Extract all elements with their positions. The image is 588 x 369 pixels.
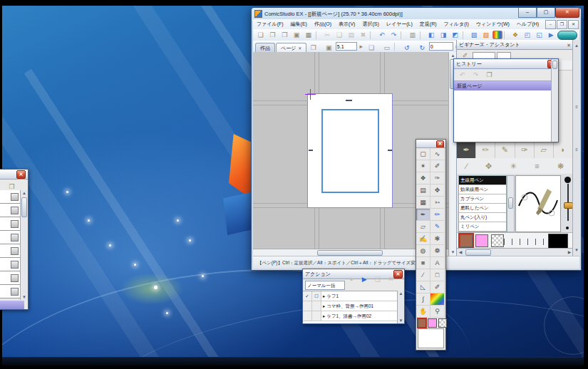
scroll-down-icon[interactable]: ▼ bbox=[21, 294, 28, 300]
play-action-button[interactable]: ▶ bbox=[359, 274, 369, 285]
lines-subtool[interactable]: ≡ bbox=[535, 162, 539, 170]
pen-preset-item[interactable]: カブラペン bbox=[459, 194, 506, 204]
scroll-thumb[interactable] bbox=[317, 250, 383, 256]
scroll-left-icon[interactable]: ◀ bbox=[458, 249, 463, 255]
close-page-tab-icon[interactable]: ✕ bbox=[298, 46, 301, 51]
rotation-angle-field[interactable] bbox=[429, 42, 453, 51]
taskbar[interactable] bbox=[2, 357, 584, 365]
pen-tool[interactable]: ✒ bbox=[416, 209, 430, 221]
toolbar-button[interactable] bbox=[370, 31, 375, 40]
ink-tab[interactable]: ◗ bbox=[554, 141, 573, 158]
toolbar-button[interactable] bbox=[401, 31, 406, 40]
mdi-restore-button[interactable]: ❐ bbox=[557, 20, 567, 29]
scroll-up-icon[interactable]: ▲ bbox=[398, 291, 404, 296]
pen-tab[interactable]: ✒ bbox=[457, 141, 476, 158]
menu-item[interactable]: 選択(S) bbox=[359, 19, 382, 29]
preset-scrollbar[interactable] bbox=[507, 175, 515, 232]
main-color-swatch[interactable] bbox=[418, 318, 426, 328]
tab-page[interactable]: ページ✕ bbox=[276, 43, 306, 53]
menu-item[interactable]: 表示(V) bbox=[335, 19, 359, 29]
close-button[interactable]: ✕ bbox=[555, 8, 579, 18]
action-row[interactable]: ✓ ▢ ▸ ラフ1 bbox=[303, 291, 398, 301]
scroll-thumb[interactable] bbox=[508, 197, 513, 209]
close-icon[interactable]: ✕ bbox=[16, 170, 26, 179]
airbrush-tool[interactable]: ❃ bbox=[430, 233, 445, 245]
redo-history-button[interactable]: ↷ bbox=[470, 70, 482, 80]
page-editor-button[interactable]: ◱ bbox=[534, 30, 545, 41]
panel-button[interactable]: ▨ bbox=[480, 30, 492, 41]
tab-story[interactable]: 作品 bbox=[255, 43, 275, 53]
transform-subtool[interactable]: ❋ bbox=[557, 162, 564, 171]
shape-tool[interactable]: □ bbox=[430, 269, 445, 281]
hand-tool[interactable]: ✋ bbox=[416, 306, 430, 318]
menu-item[interactable]: フィルタ(I) bbox=[440, 19, 473, 29]
spray-subtool[interactable]: ✳ bbox=[510, 162, 517, 171]
magic-wand-tool[interactable]: ✶ bbox=[416, 160, 430, 172]
toolbar-button[interactable] bbox=[316, 31, 321, 40]
tone-tool[interactable]: ■ bbox=[416, 257, 430, 269]
mdi-minimize-button[interactable]: – bbox=[545, 20, 556, 29]
material-row[interactable] bbox=[0, 231, 20, 244]
scroll-thumb[interactable] bbox=[21, 197, 27, 217]
action-dialog-toggle[interactable] bbox=[312, 301, 321, 311]
new-action-button[interactable]: ❏ bbox=[373, 274, 383, 285]
page-list-button[interactable]: ◩ bbox=[450, 30, 461, 41]
materials-scrollbar[interactable]: ▲ ▼ bbox=[20, 190, 28, 300]
action-checkbox[interactable] bbox=[303, 301, 312, 311]
menu-item[interactable]: 作品(O) bbox=[311, 19, 335, 29]
move-subtool[interactable]: ✥ bbox=[485, 162, 492, 171]
brush-tab[interactable]: ✑ bbox=[515, 141, 535, 158]
pen-preset-item[interactable]: 丸ペン(入り) bbox=[459, 213, 506, 222]
dock-collapse-icon[interactable]: ▲ bbox=[573, 43, 580, 48]
material-row[interactable] bbox=[0, 258, 20, 271]
action-label[interactable]: ▸ ラフ1 bbox=[321, 291, 398, 301]
save-button[interactable]: ▣ bbox=[291, 30, 302, 41]
action-row[interactable]: ▸ ラフ1、清書→作画02 bbox=[303, 311, 398, 321]
material-row[interactable] bbox=[0, 204, 20, 217]
scroll-up-icon[interactable]: ▲ bbox=[21, 190, 28, 196]
copy-button[interactable]: ❑ bbox=[334, 30, 345, 41]
main-color-swatch[interactable] bbox=[460, 234, 473, 247]
assistant-titlebar[interactable]: ビギナーズ・アシスタント ✕ bbox=[457, 40, 573, 50]
selection-pen-tool[interactable]: ✐ bbox=[430, 160, 445, 172]
zoom-dropdown-icon[interactable]: ▸ bbox=[358, 41, 365, 52]
material-row[interactable] bbox=[0, 217, 20, 231]
print-button[interactable]: ▥ bbox=[407, 30, 418, 41]
material-row[interactable] bbox=[0, 271, 20, 285]
open-button[interactable]: ❒ bbox=[279, 30, 291, 41]
close-icon[interactable]: ✕ bbox=[436, 140, 444, 148]
toolbar-button[interactable] bbox=[504, 31, 509, 40]
zoom-tool[interactable]: ⚲ bbox=[430, 306, 445, 318]
pen-touch-tool[interactable]: ✑ bbox=[430, 172, 445, 184]
paste-button[interactable]: ▤ bbox=[346, 30, 357, 41]
toolbar-button[interactable] bbox=[463, 31, 468, 40]
action-scrollbar[interactable]: ▲ ▼ bbox=[397, 291, 404, 323]
maximize-button[interactable]: ▢ bbox=[537, 8, 555, 18]
toolbar-button[interactable] bbox=[420, 31, 425, 40]
layout-button[interactable]: ▧ bbox=[468, 30, 480, 41]
eraser-tool[interactable]: ▱ bbox=[416, 221, 430, 233]
marker-tool[interactable]: ✎ bbox=[430, 221, 445, 233]
material-row-button[interactable] bbox=[11, 261, 19, 269]
menu-item[interactable]: ヘルプ(H) bbox=[513, 19, 542, 29]
menu-item[interactable]: レイヤー(L) bbox=[383, 19, 416, 29]
close-icon[interactable]: ✕ bbox=[567, 41, 571, 50]
pencil-tool[interactable]: ✏ bbox=[430, 209, 445, 221]
join-line-tool[interactable]: ∫ bbox=[416, 293, 430, 306]
undo-history-button[interactable]: ↶ bbox=[456, 70, 468, 80]
action-row[interactable]: ▸ コマ枠、背景→作画01 bbox=[303, 301, 398, 311]
preview-button[interactable]: ▶ bbox=[545, 30, 557, 41]
action-label[interactable]: ▸ コマ枠、背景→作画01 bbox=[321, 301, 398, 311]
ruler-pen-tool[interactable]: ✐ bbox=[430, 281, 445, 293]
pen-preset-item[interactable]: 効果線用ペン bbox=[459, 185, 506, 194]
pen-preset-item[interactable]: 主線用ペン bbox=[459, 176, 506, 185]
scroll-thumb[interactable] bbox=[552, 61, 557, 69]
grid-tool[interactable]: ▦ bbox=[416, 197, 430, 209]
menu-item[interactable]: ファイル(F) bbox=[253, 19, 287, 29]
page-next-button[interactable]: ◨ bbox=[438, 30, 449, 41]
ruler-tool[interactable]: ◺ bbox=[416, 281, 430, 293]
line-tool[interactable]: ∕ bbox=[416, 269, 430, 281]
text-tool[interactable]: A bbox=[430, 257, 445, 269]
gradation-tool[interactable]: ❂ bbox=[430, 293, 445, 306]
zoom-field[interactable] bbox=[336, 42, 357, 51]
